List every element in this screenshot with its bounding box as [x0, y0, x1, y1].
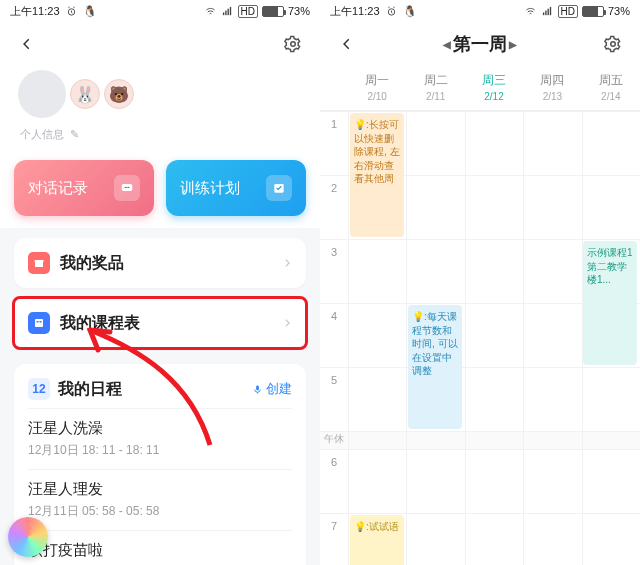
- right-phone: 上午11:23 🐧 HD 73% ◀ 第一周 ▶: [320, 0, 640, 565]
- my-timetable-row[interactable]: 我的课程表: [14, 298, 306, 348]
- agenda-card: 12 我的日程 创建 汪星人洗澡 12月10日 18: 11 - 18: 11 …: [14, 364, 306, 565]
- svg-rect-2: [225, 10, 226, 15]
- prev-week-icon: ◀: [443, 39, 451, 50]
- svg-rect-19: [545, 10, 546, 15]
- course-block-tip2[interactable]: 💡:每天课程节数和时间, 可以在设置中调整: [408, 305, 462, 429]
- training-plan-label: 训练计划: [180, 179, 240, 198]
- battery-pct: 73%: [608, 5, 630, 17]
- character-avatar-1: 🐰: [70, 79, 100, 109]
- my-prizes-label: 我的奖品: [60, 253, 282, 274]
- agenda-item[interactable]: 汪星人洗澡 12月10日 18: 11 - 18: 11: [28, 408, 292, 469]
- calendar-check-icon: [266, 175, 292, 201]
- agenda-item[interactable]: 汪星人理发 12月11日 05: 58 - 05: 58: [28, 469, 292, 530]
- gift-icon: [28, 252, 50, 274]
- course-block-tip1[interactable]: 💡:长按可以快速删除课程, 左右滑动查看其他周: [350, 113, 404, 237]
- chat-icon: [114, 175, 140, 201]
- chevron-right-icon: [282, 317, 292, 329]
- next-week-icon: ▶: [509, 39, 517, 50]
- wifi-icon: [524, 6, 537, 17]
- week-selector[interactable]: ◀ 第一周 ▶: [443, 32, 517, 56]
- profile-label: 个人信息: [20, 128, 64, 140]
- day-header-row: 周一 2/10 周二 2/11 周三 2/12 周四 2/13 周五 2/14: [320, 66, 640, 111]
- svg-rect-15: [40, 321, 42, 323]
- agenda-item-time: 12月10日 18: 11 - 18: 11: [28, 442, 292, 459]
- svg-rect-21: [549, 6, 550, 14]
- timetable-icon: [28, 312, 50, 334]
- day-col-mon[interactable]: 周一 2/10: [348, 66, 406, 110]
- agenda-item-name: 该打疫苗啦: [28, 541, 292, 560]
- back-button[interactable]: [14, 31, 40, 57]
- agenda-item-name: 汪星人理发: [28, 480, 292, 499]
- status-time: 上午11:23: [10, 4, 60, 19]
- character-avatar-2: 🐻: [104, 79, 134, 109]
- settings-button[interactable]: [280, 31, 306, 57]
- day-col-wed[interactable]: 周三 2/12: [465, 66, 523, 110]
- svg-rect-12: [35, 260, 44, 262]
- day-col-fri[interactable]: 周五 2/14: [582, 66, 640, 110]
- signal-icon: [221, 6, 234, 17]
- course-block-sample[interactable]: 示例课程1 第二教学楼1...: [583, 241, 637, 365]
- svg-rect-3: [227, 8, 228, 14]
- my-prizes-row[interactable]: 我的奖品: [14, 238, 306, 288]
- status-bar: 上午11:23 🐧 HD 73%: [320, 0, 640, 22]
- battery-icon: [262, 6, 284, 17]
- svg-rect-18: [542, 12, 543, 15]
- profile-row[interactable]: 🐰 🐻: [0, 66, 320, 124]
- hd-label: HD: [558, 5, 578, 18]
- battery-pct: 73%: [288, 5, 310, 17]
- hd-label: HD: [238, 5, 258, 18]
- feature-cards: 对话记录 训练计划: [0, 152, 320, 228]
- svg-rect-20: [547, 8, 548, 14]
- assistant-fab[interactable]: [8, 517, 48, 557]
- left-header: [0, 22, 320, 66]
- svg-rect-16: [256, 385, 259, 390]
- svg-rect-4: [229, 6, 230, 14]
- wifi-icon: [204, 6, 217, 17]
- svg-point-5: [291, 42, 296, 47]
- svg-point-9: [128, 187, 129, 188]
- chat-log-label: 对话记录: [28, 179, 88, 198]
- agenda-item-name: 汪星人洗澡: [28, 419, 292, 438]
- svg-point-8: [126, 187, 127, 188]
- agenda-title: 我的日程: [58, 379, 122, 400]
- svg-point-7: [125, 187, 126, 188]
- back-button[interactable]: [334, 31, 360, 57]
- mic-icon: [252, 384, 263, 395]
- timetable-grid[interactable]: 1 2 3 4 5 午休 6 7 💡:长按可以快速删除课程, 左右滑动查看其他周…: [320, 111, 640, 565]
- status-bar: 上午11:23 🐧 HD 73%: [0, 0, 320, 22]
- agenda-item[interactable]: 该打疫苗啦: [28, 530, 292, 565]
- signal-icon: [541, 6, 554, 17]
- avatar: [18, 70, 66, 118]
- settings-button[interactable]: [600, 31, 626, 57]
- course-block-tip3[interactable]: 💡:试试语: [350, 515, 404, 565]
- svg-rect-11: [35, 262, 43, 268]
- chat-log-card[interactable]: 对话记录: [14, 160, 154, 216]
- training-plan-card[interactable]: 训练计划: [166, 160, 306, 216]
- battery-icon: [582, 6, 604, 17]
- status-time: 上午11:23: [330, 4, 380, 19]
- penguin-icon: 🐧: [83, 5, 97, 18]
- chevron-right-icon: [282, 257, 292, 269]
- agenda-item-time: 12月11日 05: 58 - 05: 58: [28, 503, 292, 520]
- week-title: 第一周: [453, 32, 507, 56]
- create-label: 创建: [266, 380, 292, 398]
- alarm-icon: [66, 6, 77, 17]
- svg-rect-13: [35, 319, 43, 327]
- alarm-icon: [386, 6, 397, 17]
- svg-rect-14: [37, 321, 39, 323]
- day-col-thu[interactable]: 周四 2/13: [523, 66, 581, 110]
- left-phone: 上午11:23 🐧 HD 73% 🐰 🐻: [0, 0, 320, 565]
- edit-icon: ✎: [70, 128, 79, 140]
- my-timetable-label: 我的课程表: [60, 313, 282, 334]
- date-badge: 12: [28, 378, 50, 400]
- timetable-header: ◀ 第一周 ▶: [320, 22, 640, 66]
- svg-point-22: [611, 42, 616, 47]
- penguin-icon: 🐧: [403, 5, 417, 18]
- day-col-tue[interactable]: 周二 2/11: [406, 66, 464, 110]
- svg-rect-1: [222, 12, 223, 15]
- create-button[interactable]: 创建: [252, 380, 292, 398]
